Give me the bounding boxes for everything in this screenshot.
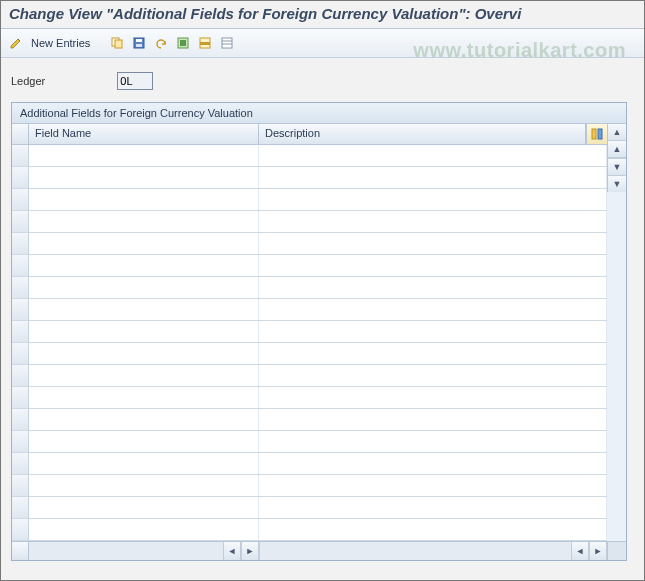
cell-description[interactable] xyxy=(259,255,607,276)
row-selector[interactable] xyxy=(12,519,29,540)
cell-description[interactable] xyxy=(259,497,607,518)
copy-as-button[interactable] xyxy=(108,34,126,52)
cell-fieldname[interactable] xyxy=(29,453,259,474)
column-header-fieldname[interactable]: Field Name xyxy=(29,124,259,144)
hscroll-left2[interactable]: ◄ xyxy=(571,542,589,560)
cell-description[interactable] xyxy=(259,475,607,496)
svg-rect-8 xyxy=(200,42,210,45)
svg-rect-6 xyxy=(180,40,186,46)
row-selector[interactable] xyxy=(12,387,29,408)
row-selector[interactable] xyxy=(12,277,29,298)
delete-button[interactable] xyxy=(130,34,148,52)
cell-fieldname[interactable] xyxy=(29,211,259,232)
hscroll-corner-right xyxy=(607,542,626,560)
table-row xyxy=(12,299,607,321)
row-selector[interactable] xyxy=(12,255,29,276)
undo-change-button[interactable] xyxy=(152,34,170,52)
cell-description[interactable] xyxy=(259,343,607,364)
cell-description[interactable] xyxy=(259,189,607,210)
cell-fieldname[interactable] xyxy=(29,321,259,342)
cell-description[interactable] xyxy=(259,431,607,452)
cell-fieldname[interactable] xyxy=(29,145,259,166)
page-title: Change View "Additional Fields for Forei… xyxy=(1,1,644,29)
cell-fieldname[interactable] xyxy=(29,299,259,320)
row-selector[interactable] xyxy=(12,167,29,188)
toolbar: New Entries xyxy=(1,29,644,58)
select-block-button[interactable] xyxy=(196,34,214,52)
table-row xyxy=(12,321,607,343)
row-selector[interactable] xyxy=(12,453,29,474)
ledger-label: Ledger xyxy=(11,75,45,87)
cell-description[interactable] xyxy=(259,321,607,342)
table-row xyxy=(12,277,607,299)
cell-description[interactable] xyxy=(259,299,607,320)
cell-fieldname[interactable] xyxy=(29,365,259,386)
table-row xyxy=(12,211,607,233)
column-header-description[interactable]: Description xyxy=(259,124,586,144)
cell-description[interactable] xyxy=(259,365,607,386)
configure-columns-button[interactable] xyxy=(586,124,607,144)
fields-panel: Additional Fields for Foreign Currency V… xyxy=(11,102,627,561)
cell-fieldname[interactable] xyxy=(29,497,259,518)
select-all-button[interactable] xyxy=(174,34,192,52)
row-selector[interactable] xyxy=(12,299,29,320)
deselect-all-button[interactable] xyxy=(218,34,236,52)
cell-fieldname[interactable] xyxy=(29,475,259,496)
table-row xyxy=(12,497,607,519)
cell-fieldname[interactable] xyxy=(29,233,259,254)
scroll-up2-button[interactable]: ▲ xyxy=(608,141,626,158)
hscroll-right2[interactable]: ► xyxy=(589,542,607,560)
cell-fieldname[interactable] xyxy=(29,431,259,452)
cell-description[interactable] xyxy=(259,387,607,408)
table-row xyxy=(12,189,607,211)
svg-rect-3 xyxy=(136,39,142,42)
row-selector[interactable] xyxy=(12,189,29,210)
ledger-input[interactable] xyxy=(117,72,153,90)
cell-description[interactable] xyxy=(259,409,607,430)
cell-description[interactable] xyxy=(259,233,607,254)
row-selector[interactable] xyxy=(12,497,29,518)
row-selector-header[interactable] xyxy=(12,124,29,144)
new-entries-button[interactable]: New Entries xyxy=(29,37,96,49)
scroll-down-button[interactable]: ▼ xyxy=(608,175,626,192)
row-selector[interactable] xyxy=(12,233,29,254)
cell-fieldname[interactable] xyxy=(29,277,259,298)
svg-rect-4 xyxy=(136,44,142,47)
table-row xyxy=(12,453,607,475)
table-row xyxy=(12,233,607,255)
copy-icon xyxy=(110,36,124,50)
row-selector[interactable] xyxy=(12,321,29,342)
vertical-scrollbar[interactable]: ▲ ▲ ▼ ▼ xyxy=(607,124,626,192)
cell-description[interactable] xyxy=(259,167,607,188)
scroll-up-button[interactable]: ▲ xyxy=(608,124,626,141)
panel-title: Additional Fields for Foreign Currency V… xyxy=(12,103,626,124)
row-selector[interactable] xyxy=(12,145,29,166)
cell-fieldname[interactable] xyxy=(29,167,259,188)
cell-fieldname[interactable] xyxy=(29,409,259,430)
toggle-display-change-button[interactable] xyxy=(7,34,25,52)
horizontal-scrollbar[interactable]: ◄ ► ◄ ► xyxy=(12,541,626,560)
row-selector[interactable] xyxy=(12,365,29,386)
cell-description[interactable] xyxy=(259,211,607,232)
ledger-field-row: Ledger xyxy=(11,72,638,90)
cell-description[interactable] xyxy=(259,145,607,166)
cell-fieldname[interactable] xyxy=(29,387,259,408)
cell-fieldname[interactable] xyxy=(29,519,259,540)
scroll-down2-button[interactable]: ▼ xyxy=(608,158,626,175)
row-selector[interactable] xyxy=(12,431,29,452)
table-row xyxy=(12,475,607,497)
svg-rect-9 xyxy=(222,38,232,48)
row-selector[interactable] xyxy=(12,409,29,430)
cell-fieldname[interactable] xyxy=(29,255,259,276)
cell-description[interactable] xyxy=(259,277,607,298)
cell-description[interactable] xyxy=(259,519,607,540)
table-row xyxy=(12,519,607,541)
hscroll-left1[interactable]: ◄ xyxy=(223,542,241,560)
cell-description[interactable] xyxy=(259,453,607,474)
cell-fieldname[interactable] xyxy=(29,189,259,210)
row-selector[interactable] xyxy=(12,211,29,232)
cell-fieldname[interactable] xyxy=(29,343,259,364)
hscroll-right1[interactable]: ► xyxy=(241,542,259,560)
row-selector[interactable] xyxy=(12,343,29,364)
row-selector[interactable] xyxy=(12,475,29,496)
